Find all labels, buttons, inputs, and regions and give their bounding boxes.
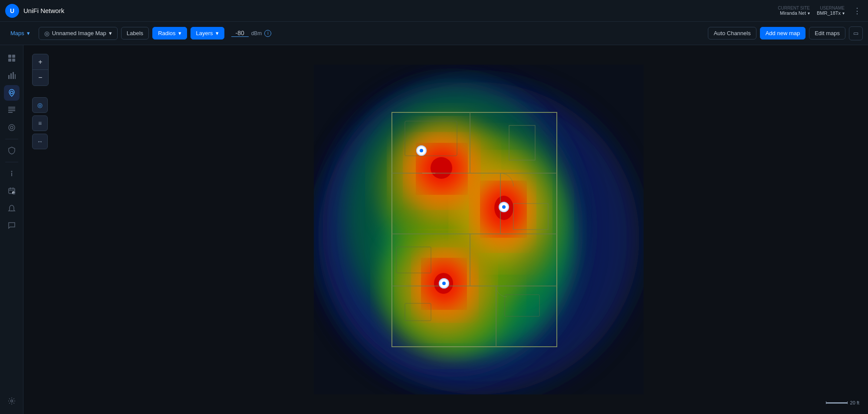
zoom-out-button[interactable]: − bbox=[33, 70, 48, 85]
topbar: U UniFi Network CURRENT SITE Miranda Net… bbox=[0, 0, 868, 22]
svg-rect-3 bbox=[12, 59, 15, 62]
svg-rect-2 bbox=[8, 59, 11, 62]
ap-marker-3 bbox=[439, 278, 449, 289]
expand-button[interactable]: ↔ bbox=[32, 134, 48, 149]
layers-chevron: ▾ bbox=[216, 30, 219, 36]
scale-line bbox=[826, 402, 848, 404]
svg-point-63 bbox=[420, 149, 423, 152]
list-button[interactable]: ≡ bbox=[32, 115, 48, 131]
svg-point-24 bbox=[10, 400, 13, 402]
svg-rect-7 bbox=[15, 74, 16, 79]
svg-rect-0 bbox=[8, 55, 11, 58]
current-site-selector[interactable]: Miranda Net ▾ bbox=[780, 10, 810, 16]
svg-point-15 bbox=[11, 171, 12, 172]
svg-rect-12 bbox=[8, 112, 13, 113]
sidebar-divider-2 bbox=[5, 162, 18, 162]
svg-point-8 bbox=[10, 91, 13, 94]
navbar-right: Auto Channels Add new map Edit maps ▭ bbox=[708, 26, 863, 40]
map-extra-controls: ◎ ≡ ↔ bbox=[32, 97, 48, 149]
sidebar-item-events[interactable]: ★ bbox=[4, 183, 20, 199]
svg-rect-1 bbox=[12, 55, 15, 58]
svg-point-67 bbox=[502, 205, 506, 209]
svg-point-13 bbox=[9, 125, 15, 131]
logo-area: U UniFi Network bbox=[5, 4, 64, 18]
panel-toggle-button[interactable]: ▭ bbox=[849, 26, 863, 40]
sidebar: ★ bbox=[0, 45, 23, 414]
dbm-control: -80 dBm i bbox=[231, 30, 272, 37]
more-options-button[interactable]: ⋮ bbox=[852, 4, 863, 17]
username-info: USERNAME BMR_18Tx ▾ bbox=[817, 6, 845, 16]
app-logo: U bbox=[5, 4, 19, 18]
svg-rect-11 bbox=[8, 110, 15, 111]
username-chevron: ▾ bbox=[842, 11, 845, 16]
auto-channels-button[interactable]: Auto Channels bbox=[708, 27, 756, 39]
heatmap-container bbox=[314, 65, 644, 394]
map-selector[interactable]: ◎ Unnamed Image Map ▾ bbox=[39, 27, 118, 40]
dbm-info-icon[interactable]: i bbox=[264, 30, 271, 37]
zoom-in-button[interactable]: + bbox=[33, 54, 48, 70]
sidebar-item-shield[interactable] bbox=[4, 143, 20, 158]
radios-button[interactable]: Radios ▾ bbox=[152, 27, 187, 39]
maps-button[interactable]: Maps ▾ bbox=[5, 27, 35, 39]
sidebar-item-statistics[interactable] bbox=[4, 68, 20, 83]
svg-rect-9 bbox=[8, 107, 15, 108]
edit-maps-button[interactable]: Edit maps bbox=[809, 27, 845, 39]
sidebar-item-clients[interactable] bbox=[4, 102, 20, 118]
maps-chevron: ▾ bbox=[27, 30, 30, 36]
svg-rect-16 bbox=[11, 173, 12, 176]
svg-rect-6 bbox=[13, 72, 14, 79]
svg-rect-4 bbox=[8, 75, 10, 79]
add-new-map-button[interactable]: Add new map bbox=[760, 27, 806, 39]
ap-marker-1 bbox=[416, 145, 427, 156]
current-site-chevron: ▾ bbox=[808, 11, 810, 16]
sidebar-item-info[interactable] bbox=[4, 166, 20, 181]
navbar: Maps ▾ ◎ Unnamed Image Map ▾ Labels Radi… bbox=[0, 22, 868, 45]
zoom-controls: + − bbox=[32, 54, 49, 86]
username-selector[interactable]: BMR_18Tx ▾ bbox=[817, 10, 845, 16]
main-content: ★ + − ◎ ≡ bbox=[0, 45, 868, 414]
scale-indicator: 20 ft bbox=[826, 400, 859, 405]
panel-toggle-icon: ▭ bbox=[853, 30, 858, 36]
topbar-right: CURRENT SITE Miranda Net ▾ USERNAME BMR_… bbox=[778, 4, 863, 17]
dbm-unit: dBm bbox=[251, 30, 262, 36]
map-area[interactable]: + − ◎ ≡ ↔ bbox=[23, 45, 868, 414]
svg-point-71 bbox=[442, 282, 446, 285]
ap-marker-2 bbox=[499, 202, 509, 212]
target-button[interactable]: ◎ bbox=[32, 97, 48, 113]
radios-chevron: ▾ bbox=[178, 30, 181, 36]
heatmap-svg bbox=[314, 65, 644, 394]
current-site-info: CURRENT SITE Miranda Net ▾ bbox=[778, 6, 810, 16]
svg-rect-5 bbox=[10, 73, 12, 79]
scale-label: 20 ft bbox=[850, 400, 859, 405]
svg-point-42 bbox=[431, 157, 452, 179]
app-name: UniFi Network bbox=[23, 7, 64, 14]
sidebar-item-topology[interactable] bbox=[4, 120, 20, 135]
layers-button[interactable]: Layers ▾ bbox=[191, 27, 224, 39]
svg-rect-10 bbox=[8, 108, 15, 109]
svg-point-14 bbox=[10, 126, 13, 129]
sidebar-item-alerts[interactable] bbox=[4, 200, 20, 216]
sidebar-item-dashboard[interactable] bbox=[4, 50, 20, 66]
map-selector-chevron: ▾ bbox=[109, 30, 112, 36]
sidebar-item-maps[interactable] bbox=[4, 85, 20, 101]
labels-button[interactable]: Labels bbox=[121, 27, 149, 39]
map-location-icon: ◎ bbox=[44, 30, 49, 37]
sidebar-item-chat[interactable] bbox=[4, 218, 20, 233]
sidebar-divider-1 bbox=[5, 139, 18, 139]
sidebar-item-settings[interactable] bbox=[4, 393, 20, 409]
dbm-value[interactable]: -80 bbox=[231, 30, 249, 37]
